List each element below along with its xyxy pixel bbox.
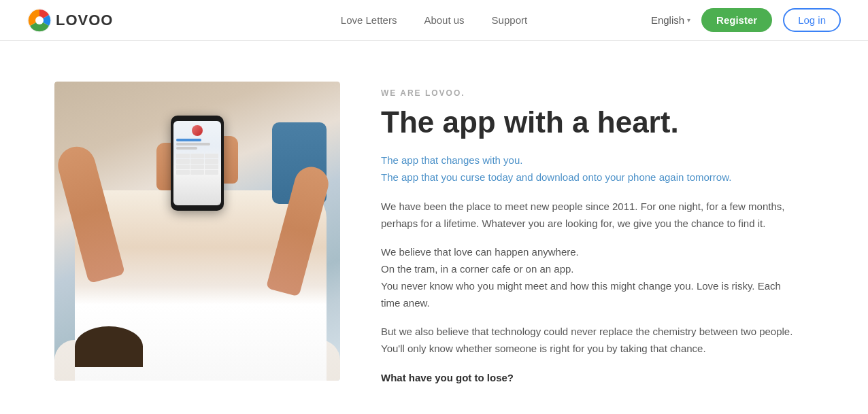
nav-support[interactable]: Support bbox=[492, 14, 528, 26]
nav-about-us[interactable]: About us bbox=[424, 14, 464, 26]
paragraph-3-line3: You never know who you might meet and ho… bbox=[381, 280, 781, 309]
paragraph-4-line1: But we also believe that technology coul… bbox=[381, 326, 792, 337]
header: LOVOO Love Letters About us Support Engl… bbox=[0, 0, 868, 41]
logo[interactable]: LOVOO bbox=[27, 8, 113, 33]
hero-image bbox=[54, 82, 340, 381]
paragraph-1: The app that changes with you. The app t… bbox=[381, 152, 803, 186]
paragraph-3-line1: We believe that love can happen anywhere… bbox=[381, 246, 579, 258]
section-label: WE ARE LOVOO. bbox=[381, 88, 803, 98]
svg-point-1 bbox=[35, 16, 44, 24]
register-button[interactable]: Register bbox=[701, 8, 772, 32]
main-nav: Love Letters About us Support bbox=[341, 14, 527, 26]
main-content: WE ARE LOVOO. The app with a heart. The … bbox=[0, 41, 868, 414]
paragraph-4: But we also believe that technology coul… bbox=[381, 324, 803, 358]
text-content: WE ARE LOVOO. The app with a heart. The … bbox=[381, 82, 803, 399]
paragraph-3-line2: On the tram, in a corner cafe or on an a… bbox=[381, 263, 574, 275]
language-selector[interactable]: English ▾ bbox=[651, 14, 690, 26]
paragraph-2: We have been the place to meet new peopl… bbox=[381, 199, 803, 232]
login-button[interactable]: Log in bbox=[783, 8, 841, 32]
header-right: English ▾ Register Log in bbox=[651, 8, 841, 32]
nav-love-letters[interactable]: Love Letters bbox=[341, 14, 397, 26]
closing-text: What have you got to lose? bbox=[381, 370, 803, 387]
paragraph-2-text: We have been the place to meet new peopl… bbox=[381, 201, 784, 229]
logo-text: LOVOO bbox=[56, 12, 113, 29]
chevron-down-icon: ▾ bbox=[687, 16, 690, 24]
paragraph-4-line2: You'll only know whether someone is righ… bbox=[381, 343, 706, 354]
main-heading: The app with a heart. bbox=[381, 106, 803, 139]
language-label: English bbox=[651, 14, 684, 26]
paragraph-1-line2: The app that you curse today and downloa… bbox=[381, 171, 731, 183]
closing-bold: What have you got to lose? bbox=[381, 372, 514, 383]
lovoo-logo-icon bbox=[27, 8, 52, 33]
paragraph-3: We believe that love can happen anywhere… bbox=[381, 244, 803, 311]
paragraph-1-line1: The app that changes with you. bbox=[381, 154, 522, 166]
